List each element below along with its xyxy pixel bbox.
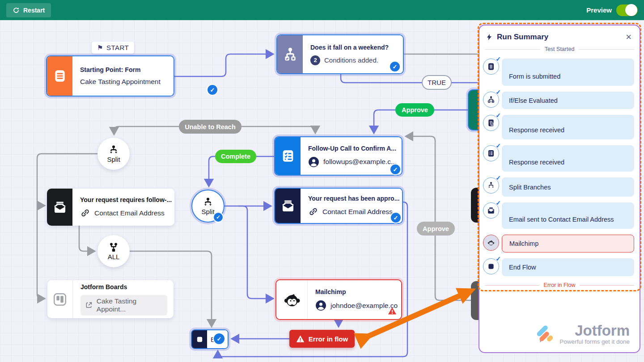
completed-check-badge: ✓ <box>389 61 401 72</box>
run-step-label: Split Branches <box>502 177 634 197</box>
all-label: ALL <box>108 253 120 261</box>
link-icon <box>80 208 90 218</box>
branch-label-true: TRUE <box>422 75 452 90</box>
restart-button[interactable]: Restart <box>6 3 51 17</box>
run-summary-row[interactable]: ✓ End Flow <box>483 258 634 276</box>
split-label: Split <box>107 156 120 163</box>
success-check-icon: ✓ <box>496 174 501 181</box>
node-title: Follow-Up Call to Confirm A... <box>308 145 402 152</box>
end-flow-icon: ✓ <box>483 258 499 274</box>
panel-header: Run Summary × <box>479 25 640 46</box>
success-check-icon: ✓ <box>496 112 501 119</box>
success-check-icon: ✓ <box>496 199 501 206</box>
start-label: START <box>106 44 129 51</box>
run-summary-row[interactable]: ✓ Response received <box>483 145 634 172</box>
node-split-a[interactable]: Split <box>97 138 130 170</box>
email-icon <box>281 199 295 213</box>
error-button-label: Error in flow <box>309 335 348 343</box>
jotform-brand: Jotform <box>575 324 630 337</box>
completed-check-badge: ✓ <box>213 333 225 345</box>
success-check-icon: ✓ <box>496 88 501 96</box>
node-jotform-boards[interactable]: Jotform Boards Cake Tasting Appoint... <box>47 280 174 318</box>
email-icon: ✓ <box>483 202 499 219</box>
run-summary-row[interactable]: ✓ Email sent to Contact Email Address <box>483 202 634 229</box>
branch-label-unable-to-reach: Unable to Reach <box>179 120 242 134</box>
avatar-icon <box>315 300 326 311</box>
node-followup-call[interactable]: Follow-Up Call to Confirm A... followups… <box>274 136 402 176</box>
run-step-label: Response received <box>502 145 634 172</box>
run-summary-panel: Run Summary × Test Started ✓ Form is sub… <box>479 25 640 353</box>
success-check-icon: ✓ <box>496 55 501 63</box>
close-icon[interactable]: × <box>624 33 633 41</box>
mailchimp-icon <box>483 235 499 251</box>
node-ifelse-weekend[interactable]: Does it fall on a weekend? 2 Conditions … <box>276 34 404 74</box>
ifelse-icon <box>283 47 298 62</box>
run-summary-row[interactable]: ✓ Form is submitted <box>483 59 634 86</box>
node-end-flow[interactable]: END ✓ <box>191 329 229 349</box>
workflow-builder-app: Restart Preview ⚑ START Starting Point: … <box>0 0 644 362</box>
jotform-logo-icon <box>536 324 556 345</box>
completed-check-badge: ✓ <box>213 212 224 223</box>
run-step-label: Email sent to Contact Email Address <box>502 202 634 229</box>
jotform-watermark: Jotform Powerful forms get it done <box>536 324 630 345</box>
completed-check-badge: ✓ <box>390 164 401 175</box>
node-title: Jotform Boards <box>80 283 127 290</box>
preview-control: Preview <box>586 4 638 16</box>
board-link-label: Cake Tasting Appoint... <box>97 297 163 313</box>
run-step-label: If/Else Evaluated <box>502 92 634 109</box>
run-step-label: Form is submitted <box>502 59 634 86</box>
completed-check-badge: ✓ <box>390 212 402 223</box>
warning-icon <box>296 335 305 343</box>
run-summary-row[interactable]: ✓ Response received <box>483 115 634 139</box>
board-link[interactable]: Cake Tasting Appoint... <box>80 295 167 316</box>
run-summary-row[interactable]: ✓ If/Else Evaluated <box>483 92 634 109</box>
external-link-icon <box>85 301 93 309</box>
node-merge-all[interactable]: ALL <box>97 235 130 267</box>
branch-label-approve-pending: Approve <box>417 222 455 236</box>
node-split-b[interactable]: Split ✓ <box>191 189 225 223</box>
success-check-icon: ✓ <box>496 255 501 262</box>
test-started-divider: Test Started <box>485 46 634 52</box>
run-step-label: Response received <box>502 115 634 139</box>
success-check-icon: ✓ <box>496 142 501 149</box>
restart-icon <box>13 7 20 14</box>
jotform-tagline: Powerful forms get it done <box>559 338 630 345</box>
top-bar: Restart Preview <box>0 0 644 20</box>
split-label: Split <box>201 208 214 215</box>
node-title: Your request requires follow-... <box>80 196 174 203</box>
error-in-flow-divider: Error in Flow <box>485 282 634 288</box>
toggle-knob <box>625 4 637 16</box>
form-icon <box>53 69 67 83</box>
node-requires-followup-email[interactable]: Your request requires follow-... Contact… <box>47 189 174 226</box>
link-icon <box>308 206 318 217</box>
branch-label-complete: Complete <box>215 150 256 163</box>
ifelse-icon: ✓ <box>483 92 499 108</box>
avatar-icon <box>308 156 319 168</box>
start-flag-label: ⚑ START <box>92 42 134 54</box>
preview-label: Preview <box>586 6 612 14</box>
end-flow-icon <box>196 336 203 343</box>
run-summary-row-error[interactable]: Mailchimp <box>483 235 634 253</box>
node-starting-point-form[interactable]: Starting Point: Form Cake Tasting Appoin… <box>46 55 174 97</box>
node-error-icon <box>388 307 397 316</box>
test-started-label: Test Started <box>545 46 575 52</box>
node-approved-email[interactable]: Your request has been appro... Contact E… <box>274 188 403 224</box>
bolt-icon <box>486 33 493 41</box>
approval-list-icon <box>281 149 295 163</box>
completed-check-badge: ✓ <box>207 84 218 96</box>
node-email: followups@example.c... <box>323 158 397 166</box>
split-icon <box>108 145 119 156</box>
form-node-color <box>47 56 72 96</box>
panel-title: Run Summary <box>497 33 620 42</box>
node-subtitle: Cake Tasting Appointment <box>80 78 161 86</box>
node-approval-fragment[interactable] <box>468 89 479 130</box>
run-summary-row[interactable]: ✓ Split Branches <box>483 177 634 197</box>
preview-toggle[interactable] <box>616 4 638 16</box>
form-icon: ✓ <box>483 59 499 75</box>
split-icon: ✓ <box>483 177 499 194</box>
node-mailchimp[interactable]: Mailchimp johndoe@example.co <box>275 279 402 320</box>
error-in-flow-button[interactable]: Error in flow <box>289 330 355 348</box>
conditions-count-badge: 2 <box>310 55 320 65</box>
flag-icon: ⚑ <box>97 44 103 52</box>
boards-icon <box>52 292 68 307</box>
